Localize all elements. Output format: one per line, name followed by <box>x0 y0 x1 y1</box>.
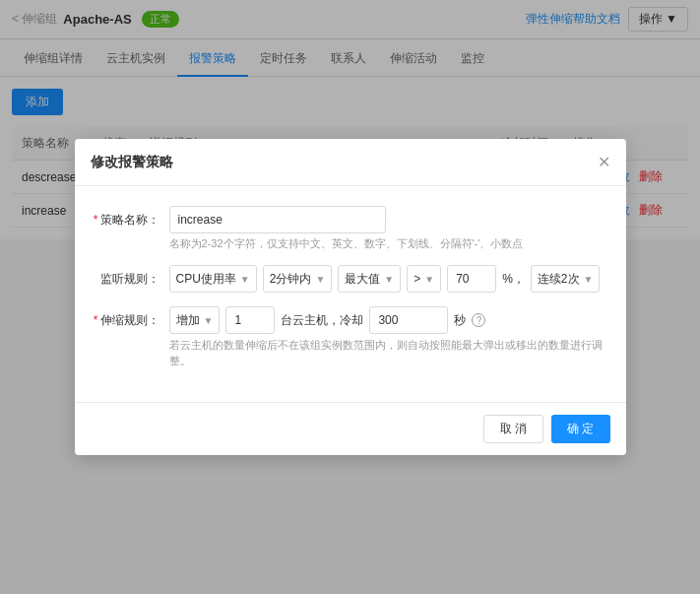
modal-title: 修改报警策略 <box>91 154 173 171</box>
modal-header: 修改报警策略 ✕ <box>75 139 626 186</box>
modal-body: 策略名称： 名称为2-32个字符，仅支持中文、英文、数字、下划线、分隔符'-'、… <box>75 186 626 239</box>
policy-name-row: 策略名称： 名称为2-32个字符，仅支持中文、英文、数字、下划线、分隔符'-'、… <box>91 206 610 239</box>
policy-name-content: 名称为2-32个字符，仅支持中文、英文、数字、下划线、分隔符'-'、小数点 <box>169 206 610 239</box>
policy-name-label: 策略名称： <box>91 206 169 233</box>
policy-name-hint: 名称为2-32个字符，仅支持中文、英文、数字、下划线、分隔符'-'、小数点 <box>169 236 610 239</box>
modal-overlay: 修改报警策略 ✕ 策略名称： 名称为2-32个字符，仅支持中文、英文、数字、下划… <box>0 0 700 239</box>
close-icon[interactable]: ✕ <box>598 153 610 171</box>
policy-name-input[interactable] <box>169 206 386 233</box>
modal: 修改报警策略 ✕ 策略名称： 名称为2-32个字符，仅支持中文、英文、数字、下划… <box>75 139 626 239</box>
